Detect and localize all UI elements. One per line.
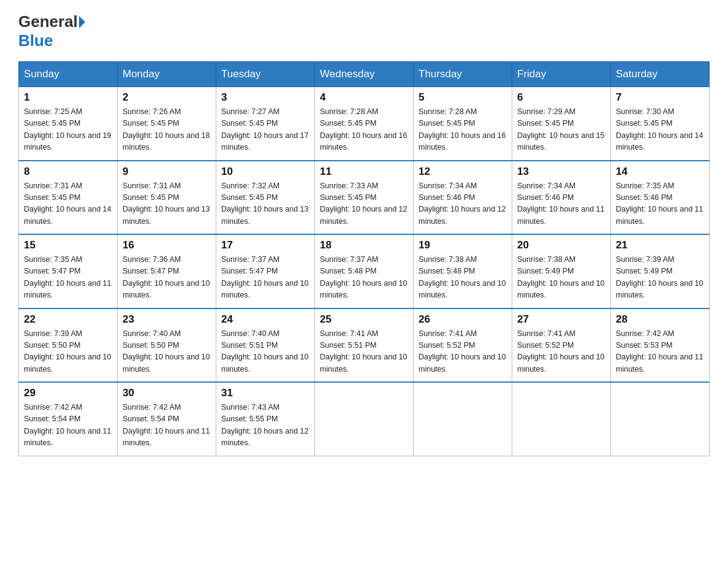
day-number: 20: [517, 239, 605, 251]
header-friday: Friday: [512, 62, 611, 87]
day-cell-30: 30Sunrise: 7:42 AMSunset: 5:54 PMDayligh…: [118, 382, 216, 456]
logo-triangle-icon: [79, 16, 85, 28]
day-info: Sunrise: 7:28 AMSunset: 5:45 PMDaylight:…: [320, 106, 408, 154]
day-cell-20: 20Sunrise: 7:38 AMSunset: 5:49 PMDayligh…: [512, 234, 611, 308]
day-info: Sunrise: 7:36 AMSunset: 5:47 PMDaylight:…: [123, 254, 211, 302]
day-info: Sunrise: 7:28 AMSunset: 5:45 PMDaylight:…: [419, 106, 507, 154]
empty-cell: [611, 382, 710, 456]
header-sunday: Sunday: [19, 62, 118, 87]
day-info: Sunrise: 7:31 AMSunset: 5:45 PMDaylight:…: [123, 180, 211, 228]
day-info: Sunrise: 7:37 AMSunset: 5:47 PMDaylight:…: [221, 254, 309, 302]
day-cell-15: 15Sunrise: 7:35 AMSunset: 5:47 PMDayligh…: [19, 234, 118, 308]
day-number: 13: [517, 166, 605, 178]
day-cell-22: 22Sunrise: 7:39 AMSunset: 5:50 PMDayligh…: [19, 308, 118, 383]
day-info: Sunrise: 7:25 AMSunset: 5:45 PMDaylight:…: [24, 106, 112, 154]
week-row-4: 22Sunrise: 7:39 AMSunset: 5:50 PMDayligh…: [19, 308, 710, 383]
day-cell-7: 7Sunrise: 7:30 AMSunset: 5:45 PMDaylight…: [611, 87, 710, 161]
day-number: 30: [123, 387, 211, 399]
day-info: Sunrise: 7:40 AMSunset: 5:51 PMDaylight:…: [221, 328, 309, 376]
day-info: Sunrise: 7:26 AMSunset: 5:45 PMDaylight:…: [123, 106, 211, 154]
day-cell-29: 29Sunrise: 7:42 AMSunset: 5:54 PMDayligh…: [19, 382, 118, 456]
page-header: General Blue: [18, 12, 710, 50]
day-info: Sunrise: 7:34 AMSunset: 5:46 PMDaylight:…: [517, 180, 605, 228]
day-number: 14: [616, 166, 704, 178]
day-info: Sunrise: 7:35 AMSunset: 5:47 PMDaylight:…: [24, 254, 112, 302]
day-cell-8: 8Sunrise: 7:31 AMSunset: 5:45 PMDaylight…: [19, 161, 118, 235]
day-cell-21: 21Sunrise: 7:39 AMSunset: 5:49 PMDayligh…: [611, 234, 710, 308]
day-info: Sunrise: 7:34 AMSunset: 5:46 PMDaylight:…: [419, 180, 507, 228]
day-cell-24: 24Sunrise: 7:40 AMSunset: 5:51 PMDayligh…: [216, 308, 315, 383]
day-number: 4: [320, 91, 408, 104]
empty-cell: [414, 382, 512, 456]
day-cell-3: 3Sunrise: 7:27 AMSunset: 5:45 PMDaylight…: [216, 87, 315, 161]
day-number: 5: [419, 91, 507, 104]
day-number: 11: [320, 166, 408, 178]
day-number: 25: [320, 313, 408, 326]
day-number: 22: [24, 313, 112, 326]
day-info: Sunrise: 7:42 AMSunset: 5:54 PMDaylight:…: [24, 402, 112, 450]
day-cell-19: 19Sunrise: 7:38 AMSunset: 5:48 PMDayligh…: [414, 234, 512, 308]
logo-general: General: [18, 12, 78, 31]
day-info: Sunrise: 7:42 AMSunset: 5:54 PMDaylight:…: [123, 402, 211, 450]
day-number: 16: [123, 239, 211, 251]
empty-cell: [315, 382, 414, 456]
day-number: 31: [221, 387, 309, 399]
day-number: 3: [221, 91, 309, 104]
day-info: Sunrise: 7:29 AMSunset: 5:45 PMDaylight:…: [517, 106, 605, 154]
day-number: 6: [517, 91, 605, 104]
day-cell-1: 1Sunrise: 7:25 AMSunset: 5:45 PMDaylight…: [19, 87, 118, 161]
day-cell-16: 16Sunrise: 7:36 AMSunset: 5:47 PMDayligh…: [118, 234, 216, 308]
week-row-5: 29Sunrise: 7:42 AMSunset: 5:54 PMDayligh…: [19, 382, 710, 456]
day-number: 19: [419, 239, 507, 251]
day-number: 2: [123, 91, 211, 104]
day-info: Sunrise: 7:31 AMSunset: 5:45 PMDaylight:…: [24, 180, 112, 228]
day-info: Sunrise: 7:41 AMSunset: 5:52 PMDaylight:…: [517, 328, 605, 376]
header-thursday: Thursday: [414, 62, 512, 87]
day-number: 15: [24, 239, 112, 251]
empty-cell: [512, 382, 611, 456]
day-cell-9: 9Sunrise: 7:31 AMSunset: 5:45 PMDaylight…: [118, 161, 216, 235]
day-info: Sunrise: 7:27 AMSunset: 5:45 PMDaylight:…: [221, 106, 309, 154]
day-cell-25: 25Sunrise: 7:41 AMSunset: 5:51 PMDayligh…: [315, 308, 414, 383]
day-number: 27: [517, 313, 605, 326]
day-number: 9: [123, 166, 211, 178]
header-wednesday: Wednesday: [315, 62, 414, 87]
day-cell-23: 23Sunrise: 7:40 AMSunset: 5:50 PMDayligh…: [118, 308, 216, 383]
day-cell-14: 14Sunrise: 7:35 AMSunset: 5:46 PMDayligh…: [611, 161, 710, 235]
day-cell-2: 2Sunrise: 7:26 AMSunset: 5:45 PMDaylight…: [118, 87, 216, 161]
calendar-table: SundayMondayTuesdayWednesdayThursdayFrid…: [18, 61, 710, 456]
day-cell-26: 26Sunrise: 7:41 AMSunset: 5:52 PMDayligh…: [414, 308, 512, 383]
day-info: Sunrise: 7:30 AMSunset: 5:45 PMDaylight:…: [616, 106, 704, 154]
day-number: 24: [221, 313, 309, 326]
day-cell-28: 28Sunrise: 7:42 AMSunset: 5:53 PMDayligh…: [611, 308, 710, 383]
day-number: 1: [24, 91, 112, 104]
day-info: Sunrise: 7:35 AMSunset: 5:46 PMDaylight:…: [616, 180, 704, 228]
day-info: Sunrise: 7:43 AMSunset: 5:55 PMDaylight:…: [221, 402, 309, 450]
day-cell-27: 27Sunrise: 7:41 AMSunset: 5:52 PMDayligh…: [512, 308, 611, 383]
week-row-3: 15Sunrise: 7:35 AMSunset: 5:47 PMDayligh…: [19, 234, 710, 308]
day-number: 10: [221, 166, 309, 178]
day-info: Sunrise: 7:38 AMSunset: 5:49 PMDaylight:…: [517, 254, 605, 302]
day-info: Sunrise: 7:33 AMSunset: 5:45 PMDaylight:…: [320, 180, 408, 228]
day-cell-5: 5Sunrise: 7:28 AMSunset: 5:45 PMDaylight…: [414, 87, 512, 161]
day-info: Sunrise: 7:39 AMSunset: 5:49 PMDaylight:…: [616, 254, 704, 302]
day-number: 26: [419, 313, 507, 326]
logo-blue: Blue: [18, 31, 53, 50]
header-tuesday: Tuesday: [216, 62, 315, 87]
day-cell-10: 10Sunrise: 7:32 AMSunset: 5:45 PMDayligh…: [216, 161, 315, 235]
day-info: Sunrise: 7:41 AMSunset: 5:52 PMDaylight:…: [419, 328, 507, 376]
day-number: 29: [24, 387, 112, 399]
day-number: 17: [221, 239, 309, 251]
header-saturday: Saturday: [611, 62, 710, 87]
day-number: 18: [320, 239, 408, 251]
day-cell-4: 4Sunrise: 7:28 AMSunset: 5:45 PMDaylight…: [315, 87, 414, 161]
day-cell-6: 6Sunrise: 7:29 AMSunset: 5:45 PMDaylight…: [512, 87, 611, 161]
day-cell-18: 18Sunrise: 7:37 AMSunset: 5:48 PMDayligh…: [315, 234, 414, 308]
day-number: 12: [419, 166, 507, 178]
logo: General Blue: [18, 12, 85, 50]
day-info: Sunrise: 7:32 AMSunset: 5:45 PMDaylight:…: [221, 180, 309, 228]
day-number: 7: [616, 91, 704, 104]
day-number: 28: [616, 313, 704, 326]
week-row-2: 8Sunrise: 7:31 AMSunset: 5:45 PMDaylight…: [19, 161, 710, 235]
day-number: 21: [616, 239, 704, 251]
